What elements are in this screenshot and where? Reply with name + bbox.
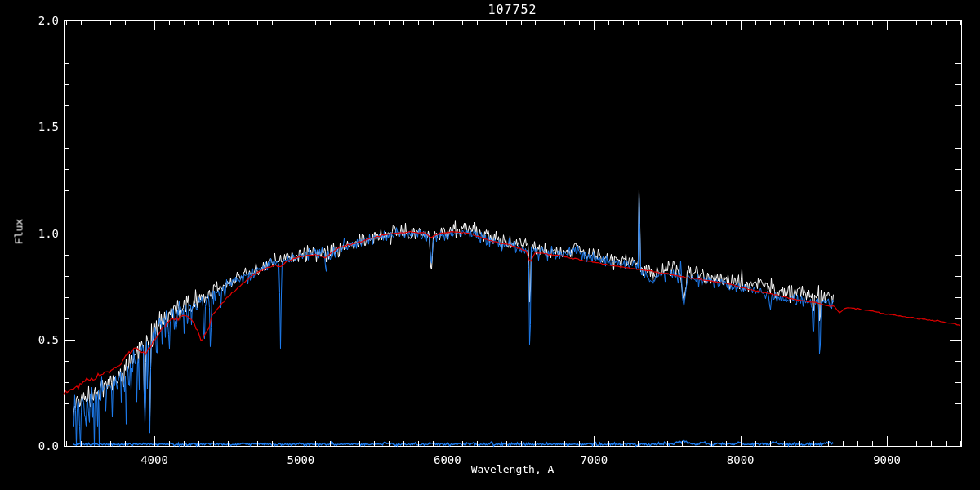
spectrum-plot-canvas [0,0,980,490]
x-axis-label: Wavelength, A [64,463,961,475]
y-tick-label: 2.0 [21,14,59,27]
x-tick-label: 9000 [858,453,915,466]
y-tick-label: 0.0 [21,439,59,452]
y-tick-label: 1.5 [21,120,59,133]
x-tick-label: 5000 [272,453,329,466]
plot-title: 107752 [64,2,961,17]
x-tick-label: 7000 [565,453,622,466]
y-tick-label: 0.5 [21,333,59,346]
x-tick-label: 4000 [126,453,183,466]
x-tick-label: 6000 [419,453,476,466]
x-tick-label: 8000 [712,453,769,466]
spectral-plot-figure: 107752 Wavelength, A Flux 40005000600070… [0,0,980,490]
y-tick-label: 1.0 [21,227,59,240]
